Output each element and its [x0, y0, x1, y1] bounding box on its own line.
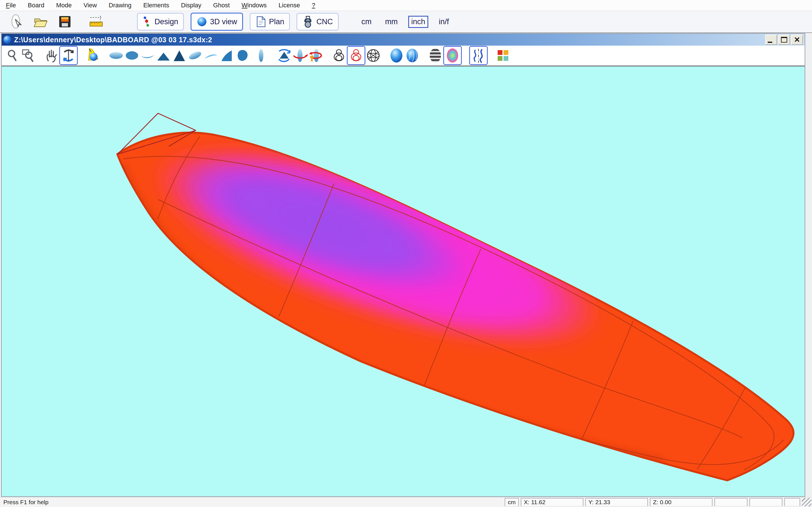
design-button[interactable]: Design	[137, 13, 184, 31]
pan-hand-icon[interactable]	[43, 47, 59, 64]
view-perspective-blob-icon[interactable]	[235, 47, 250, 64]
wireframe-red-view-icon[interactable]	[347, 46, 365, 65]
spin-horizontal-icon[interactable]	[292, 47, 308, 64]
status-z: Z: 0.00	[650, 498, 712, 506]
mesh-view-icon[interactable]	[365, 47, 381, 64]
close-icon: ✕	[794, 36, 800, 43]
3d-view-button[interactable]: 3D view	[191, 13, 243, 31]
menu-license[interactable]: License	[273, 2, 306, 9]
minimize-button[interactable]	[765, 35, 777, 45]
menu-display[interactable]: Display	[175, 2, 207, 9]
menu-help[interactable]: ?	[306, 2, 321, 9]
status-empty-2	[749, 498, 782, 506]
units-selector: cm mm inch in/f	[358, 16, 452, 28]
plan-button-label: Plan	[269, 17, 284, 26]
unit-inf[interactable]: in/f	[436, 16, 452, 28]
help-text: Press F1 for help	[3, 499, 503, 506]
view-perspective-ellipse-icon[interactable]	[187, 47, 203, 64]
sphere-icon	[197, 16, 207, 27]
color-palette-icon[interactable]	[495, 47, 511, 64]
status-x: X: 11.62	[521, 498, 583, 506]
resize-grip[interactable]	[802, 498, 811, 506]
view-top-round-icon[interactable]	[124, 47, 140, 64]
maximize-button[interactable]	[778, 35, 790, 45]
menu-file[interactable]: File	[0, 2, 22, 9]
spin-vertical-icon[interactable]	[308, 47, 324, 64]
menu-drawing[interactable]: Drawing	[103, 2, 138, 9]
close-button[interactable]: ✕	[791, 35, 803, 45]
cnc-button-label: CNC	[316, 17, 333, 26]
control-points-icon	[143, 15, 152, 28]
status-empty-1	[714, 498, 748, 506]
save-icon[interactable]	[57, 13, 73, 30]
3d-canvas[interactable]	[2, 66, 805, 496]
minimize-icon	[768, 42, 772, 43]
view-side-icon[interactable]	[253, 47, 269, 64]
zebra-view-icon[interactable]	[427, 47, 443, 64]
rotate-3d-icon[interactable]	[59, 46, 78, 65]
menu-board[interactable]: Board	[22, 2, 50, 9]
router-bit-icon	[302, 15, 313, 28]
new-board-icon[interactable]	[8, 13, 24, 30]
plan-button[interactable]: Plan	[250, 13, 290, 31]
view-perspective-crescent-icon[interactable]	[203, 47, 219, 64]
status-y: Y: 21.33	[585, 498, 648, 506]
textured-view-icon[interactable]	[404, 47, 420, 64]
status-unit: cm	[505, 498, 519, 506]
zoom-icon[interactable]	[4, 47, 20, 64]
measurements-ruler-icon[interactable]	[89, 13, 104, 30]
zoom-window-icon[interactable]	[20, 47, 36, 64]
menu-windows[interactable]: Windows	[236, 2, 273, 9]
surfboard-3d-render	[2, 66, 805, 496]
wireframe-view-icon[interactable]	[331, 47, 347, 64]
view-back-triangle-icon[interactable]	[156, 47, 171, 64]
document-window: Z:\Users\dennery\Desktop\BADBOARD @03 03…	[1, 33, 805, 497]
view-back-tall-triangle-icon[interactable]	[171, 47, 187, 64]
unit-mm[interactable]: mm	[382, 16, 401, 28]
view-top-icon[interactable]	[108, 47, 124, 64]
unit-cm[interactable]: cm	[358, 16, 375, 28]
design-button-label: Design	[154, 17, 178, 26]
menu-elements[interactable]: Elements	[137, 2, 175, 9]
maximize-icon	[781, 37, 787, 43]
unit-inch[interactable]: inch	[408, 16, 428, 28]
rotate-object-icon[interactable]	[276, 47, 292, 64]
open-folder-icon[interactable]	[33, 13, 49, 30]
document-titlebar[interactable]: Z:\Users\dennery\Desktop\BADBOARD @03 03…	[2, 34, 805, 46]
spotlight-icon[interactable]	[85, 47, 101, 64]
menu-ghost[interactable]: Ghost	[207, 2, 236, 9]
curvature-view-icon[interactable]	[443, 46, 462, 65]
status-bar: Press F1 for help cm X: 11.62 Y: 21.33 Z…	[0, 497, 812, 507]
menu-bar: File Board Mode View Drawing Elements Di…	[0, 0, 812, 11]
solid-view-icon[interactable]	[389, 47, 404, 64]
menu-mode[interactable]: Mode	[50, 2, 78, 9]
3d-view-button-label: 3D view	[210, 17, 237, 26]
view-toolbar	[2, 46, 805, 66]
status-empty-3	[784, 498, 800, 506]
document-icon	[255, 15, 266, 28]
app-sphere-icon	[3, 36, 11, 44]
cnc-button[interactable]: CNC	[297, 13, 339, 31]
menu-view[interactable]: View	[78, 2, 103, 9]
main-toolbar: Design 3D view Plan CNC cm mm inch in/f	[0, 11, 812, 33]
view-perspective-fin-icon[interactable]	[219, 47, 235, 64]
document-title: Z:\Users\dennery\Desktop\BADBOARD @03 03…	[14, 36, 764, 44]
flow-lines-icon[interactable]	[469, 46, 488, 65]
view-front-crescent-icon[interactable]	[140, 47, 156, 64]
